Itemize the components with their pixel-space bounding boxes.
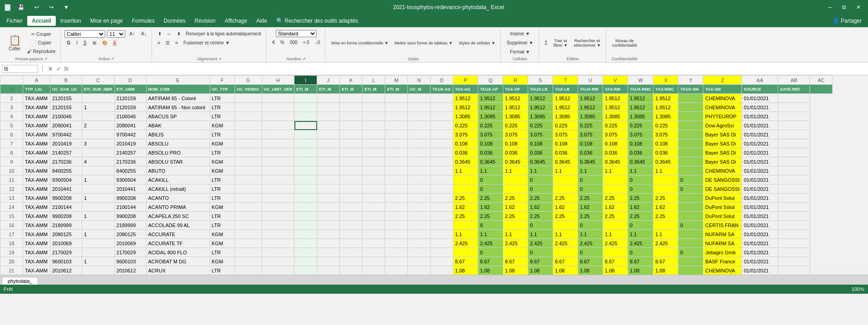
cell-r13-c6[interactable] (235, 194, 262, 203)
cell-r10-c12[interactable] (385, 166, 408, 175)
menu-insertion[interactable]: Insertion (56, 16, 86, 26)
format-painter-button[interactable]: 🖌 Reproduire (25, 48, 58, 55)
cell-r14-c15[interactable]: 1.62 (453, 203, 478, 212)
cell-r7-c21[interactable]: 0.108 (603, 139, 628, 148)
cell-r15-c1[interactable]: 9900208 (50, 212, 82, 221)
col-header-F[interactable]: F (210, 76, 235, 85)
cell-r6-c12[interactable] (385, 130, 408, 139)
cell-r8-c10[interactable] (340, 148, 363, 157)
cell-r9-c9[interactable] (317, 157, 340, 166)
cell-r17-c25[interactable]: NUFARM SA (703, 230, 742, 239)
cell-r13-c12[interactable] (385, 194, 408, 203)
cell-r5-c16[interactable]: 0.225 (478, 121, 503, 130)
cell-r2-c1[interactable]: 2120155 (50, 94, 82, 103)
cell-r14-c22[interactable]: 1.62 (628, 203, 653, 212)
cell-r13-c1[interactable]: 9900208 (50, 194, 82, 203)
cell-r13-c0[interactable]: TAX-AMM (23, 194, 50, 203)
insert-function-icon[interactable]: fx (64, 65, 69, 73)
cell-r12-c21[interactable] (603, 184, 628, 194)
cell-r21-c19[interactable]: 1.08 (553, 266, 578, 275)
cell-r14-c11[interactable] (363, 203, 385, 212)
col-header-AA[interactable]: AA (742, 76, 778, 85)
cell-r21-c22[interactable]: 1.08 (628, 266, 653, 275)
cell-r20-c15[interactable]: 8.67 (453, 257, 478, 266)
find-select-button[interactable]: Rechercher etsélectionner ▼ (571, 37, 603, 49)
cell-r19-c26[interactable]: 01/01/2021 (742, 248, 778, 257)
cell-r12-c26[interactable]: 01/01/2021 (742, 184, 778, 194)
cell-r10-c23[interactable]: 1.1 (653, 166, 678, 175)
cell-r4-c17[interactable]: 1.3085 (503, 112, 528, 121)
cell-r15-c8[interactable] (294, 212, 317, 221)
cell-r15-c26[interactable]: 01/01/2021 (742, 212, 778, 221)
cell-r13-c20[interactable]: 2.25 (578, 194, 603, 203)
cell-r17-c0[interactable]: TAX-AMM (23, 230, 50, 239)
cell-r10-c22[interactable]: 1.1 (628, 166, 653, 175)
cell-r21-c16[interactable]: 1.08 (478, 266, 503, 275)
cell-r4-c5[interactable]: LTR (210, 112, 235, 121)
cell-r4-c3[interactable]: 2100046 (114, 112, 146, 121)
cell-r8-c6[interactable] (235, 148, 262, 157)
cell-r10-c21[interactable]: 1.1 (603, 166, 628, 175)
cell-r17-c12[interactable] (385, 230, 408, 239)
cell-r20-c9[interactable] (317, 257, 340, 266)
cell-r13-c13[interactable] (408, 194, 431, 203)
cell-r20-c6[interactable] (235, 257, 262, 266)
cell-r5-c9[interactable] (317, 121, 340, 130)
cell-r11-c20[interactable]: 0 (578, 175, 603, 184)
cell-r7-c1[interactable]: 2010419 (50, 139, 82, 148)
number-format-select[interactable]: Standard (276, 30, 317, 37)
align-middle-button[interactable]: ↔ (165, 30, 174, 38)
cell-r15-c21[interactable]: 2.25 (603, 212, 628, 221)
cell-r9-c12[interactable] (385, 157, 408, 166)
cell-r3-c18[interactable]: 1.9512 (528, 103, 553, 112)
cell-r11-c24[interactable]: 0 (678, 175, 703, 184)
cell-r5-c18[interactable]: 0.225 (528, 121, 553, 130)
cell-r3-c13[interactable] (408, 103, 431, 112)
cell-r7-c24[interactable] (678, 139, 703, 148)
cell-r6-c1[interactable]: 9700442 (50, 130, 82, 139)
cell-r15-c12[interactable] (385, 212, 408, 221)
cell-r5-c21[interactable]: 0.225 (603, 121, 628, 130)
cell-r2-c19[interactable]: 1.9512 (553, 94, 578, 103)
menu-revision[interactable]: Révision (190, 16, 220, 26)
cell-r10-c15[interactable]: 1.1 (453, 166, 478, 175)
thousand-sep-button[interactable]: 000 (288, 39, 300, 46)
col-header-Z[interactable]: Z (703, 76, 742, 85)
cell-r17-c17[interactable]: 1.1 (503, 230, 528, 239)
cell-r12-c23[interactable] (653, 184, 678, 194)
cell-r4-c26[interactable]: 01/01/2021 (742, 112, 778, 121)
cell-r14-c23[interactable]: 1.62 (653, 203, 678, 212)
cell-r5-c19[interactable]: 0.225 (553, 121, 578, 130)
cell-r20-c25[interactable]: BASF France (703, 257, 742, 266)
bold-button[interactable]: G (64, 39, 73, 47)
cell-r7-c19[interactable]: 0.108 (553, 139, 578, 148)
cell-r11-c10[interactable] (340, 175, 363, 184)
close-button[interactable]: ✕ (853, 2, 864, 12)
cell-r19-c1[interactable]: 2170029 (50, 248, 82, 257)
menu-affichage[interactable]: Affichage (220, 16, 252, 26)
cell-r12-c7[interactable] (262, 184, 294, 194)
cell-r5-c8[interactable] (294, 121, 317, 130)
cell-r17-c6[interactable] (235, 230, 262, 239)
cell-r7-c27[interactable] (778, 139, 810, 148)
cell-r8-c4[interactable]: ABSOLU PRO (146, 148, 210, 157)
cell-r13-c21[interactable]: 2.25 (603, 194, 628, 203)
cell-r18-c4[interactable]: ACCURATE TF (146, 239, 210, 248)
cell-r2-c26[interactable]: 01/01/2021 (742, 94, 778, 103)
col-header-A[interactable]: A (23, 76, 50, 85)
cell-r15-c0[interactable]: TAX-AMM (23, 212, 50, 221)
cell-r3-c24[interactable] (678, 103, 703, 112)
cell-r5-c17[interactable]: 0.225 (503, 121, 528, 130)
cell-r3-c26[interactable]: 01/01/2021 (742, 103, 778, 112)
cell-r20-c16[interactable]: 8.67 (478, 257, 503, 266)
cell-r5-c1[interactable]: 2090041 (50, 121, 82, 130)
cell-r2-c14[interactable] (431, 94, 453, 103)
cell-r13-c5[interactable]: LTR (210, 194, 235, 203)
cell-r4-c10[interactable] (340, 112, 363, 121)
cell-r5-c27[interactable] (778, 121, 810, 130)
conditional-format-button[interactable]: Mise en forme conditionnelle ▼ (329, 39, 391, 47)
cell-r12-c25[interactable]: DE SANGOSSI (703, 184, 742, 194)
cell-r17-c15[interactable]: 1.1 (453, 230, 478, 239)
cell-r3-c11[interactable] (363, 103, 385, 112)
cell-r17-c11[interactable] (363, 230, 385, 239)
